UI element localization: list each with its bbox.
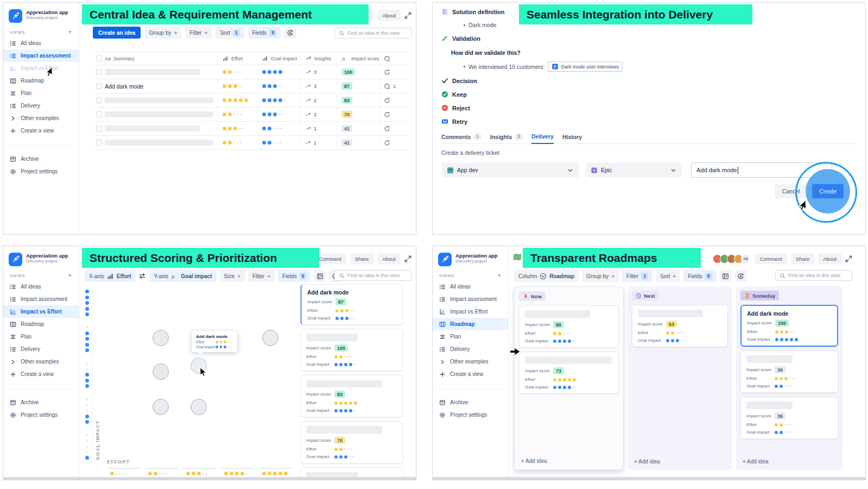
sidebar-item-create-a-view[interactable]: Create a view bbox=[3, 368, 79, 380]
add-view-icon[interactable]: + bbox=[68, 273, 72, 278]
fields-chip[interactable]: Fields5 bbox=[248, 27, 281, 39]
idea-bubble[interactable] bbox=[153, 330, 169, 346]
table-row[interactable]: 1 41 bbox=[93, 136, 411, 150]
column-summary[interactable]: Summary bbox=[113, 56, 135, 61]
sidebar-item-plan[interactable]: Plan bbox=[3, 87, 79, 99]
sidebar-item-archive[interactable]: Archive bbox=[433, 396, 508, 409]
idea-card[interactable]: Impact score70EffortGoal impact bbox=[300, 421, 403, 463]
column-effort[interactable]: Effort bbox=[231, 56, 243, 61]
idea-card[interactable]: Impact score100EffortGoal impact bbox=[300, 329, 403, 371]
column-goal-impact[interactable]: Goal impact bbox=[271, 56, 297, 61]
idea-card[interactable]: Impact score90EffortGoal impact bbox=[519, 305, 619, 348]
sidebar-item-archive[interactable]: Archive bbox=[3, 396, 79, 409]
share-button[interactable]: Share bbox=[791, 253, 814, 264]
view-settings-button[interactable] bbox=[314, 270, 326, 282]
idea-bubble[interactable] bbox=[262, 330, 278, 346]
table-row[interactable]: 2 83 bbox=[93, 93, 411, 108]
expand-icon[interactable] bbox=[404, 12, 411, 19]
table-row[interactable]: Add dark mode 3 87 1 bbox=[93, 79, 411, 93]
sidebar-item-roadmap[interactable]: Roadmap bbox=[433, 318, 508, 330]
sidebar-item-project-settings[interactable]: Project settings bbox=[433, 409, 508, 421]
add-idea-button[interactable]: + Add idea bbox=[521, 458, 547, 464]
group-by-chip[interactable]: Group by+ bbox=[144, 27, 181, 39]
sidebar-item-all-ideas[interactable]: All ideas bbox=[3, 37, 79, 49]
sidebar-item-impact-vs-effort[interactable]: Impact vs Effort bbox=[3, 305, 79, 318]
create-idea-button[interactable]: Create an idea bbox=[93, 27, 141, 39]
sidebar-item-impact-assessment[interactable]: Impact assessment bbox=[3, 49, 79, 62]
search-input[interactable]: Find an idea in this view bbox=[334, 270, 411, 281]
sidebar-item-delivery[interactable]: Delivery bbox=[3, 343, 79, 355]
column-header-now[interactable]: Now bbox=[519, 291, 546, 301]
column-insights[interactable]: Insights bbox=[314, 56, 331, 61]
add-view-icon[interactable]: + bbox=[497, 273, 502, 278]
table-row[interactable]: 2 70 bbox=[93, 108, 411, 122]
sidebar-item-create-a-view[interactable]: Create a view bbox=[433, 368, 508, 380]
filter-chip[interactable]: Filter1 bbox=[622, 270, 652, 282]
group-by-chip[interactable]: Group by+ bbox=[582, 270, 619, 282]
row-checkbox[interactable] bbox=[96, 140, 102, 146]
refresh-button[interactable]: A bbox=[284, 27, 296, 39]
swap-axes-icon[interactable] bbox=[138, 272, 146, 280]
sidebar-item-all-ideas[interactable]: All ideas bbox=[3, 280, 79, 293]
comment-button[interactable]: Comment bbox=[755, 253, 787, 264]
filter-chip[interactable]: Filter+ bbox=[185, 27, 212, 39]
sidebar-item-create-a-view[interactable]: Create a view bbox=[3, 124, 79, 137]
sidebar-item-roadmap[interactable]: Roadmap bbox=[3, 318, 79, 330]
add-idea-button[interactable]: + Add idea bbox=[743, 459, 769, 465]
sidebar-item-impact-assessment[interactable]: Impact assessment bbox=[3, 293, 79, 305]
view-settings-button[interactable] bbox=[720, 270, 732, 282]
add-idea-button[interactable]: + Add idea bbox=[634, 459, 660, 465]
insight-chip[interactable]: Dark mode user interviews bbox=[548, 61, 623, 72]
about-button[interactable]: About bbox=[377, 10, 401, 21]
share-button[interactable]: Share bbox=[350, 253, 373, 264]
table-row[interactable]: 1 41 bbox=[93, 122, 411, 136]
about-button[interactable]: About bbox=[377, 253, 401, 264]
sort-chip[interactable]: Sort+ bbox=[656, 270, 680, 282]
x-axis-chip[interactable]: X-axisEffort bbox=[85, 270, 135, 282]
expand-icon[interactable] bbox=[845, 255, 852, 262]
sidebar-item-roadmap[interactable]: Roadmap bbox=[3, 74, 79, 87]
row-checkbox[interactable] bbox=[96, 83, 102, 89]
tab-delivery[interactable]: Delivery bbox=[531, 131, 554, 144]
column-header-someday[interactable]: Someday bbox=[740, 291, 779, 300]
sidebar-item-impact-vs-effort[interactable]: Impact vs Effort bbox=[3, 62, 79, 74]
sidebar-item-plan[interactable]: Plan bbox=[3, 330, 79, 343]
column-chip[interactable]: ColumnRoadmap bbox=[514, 270, 579, 282]
idea-card[interactable]: Impact score83EffortGoal impact bbox=[300, 375, 403, 417]
about-button[interactable]: About bbox=[818, 253, 841, 264]
sidebar-item-project-settings[interactable]: Project settings bbox=[3, 409, 79, 421]
idea-summary[interactable]: Add dark mode bbox=[105, 83, 143, 90]
sidebar-item-other-examples[interactable]: Other examples bbox=[3, 355, 79, 368]
idea-card[interactable]: Impact score63EffortGoal impact bbox=[632, 305, 728, 347]
idea-card[interactable]: Impact score73EffortGoal impact bbox=[519, 352, 619, 394]
column-impact-score[interactable]: Impact score bbox=[351, 56, 379, 61]
y-axis-chip[interactable]: Y-axisfxGoal impact bbox=[149, 270, 216, 282]
add-view-icon[interactable]: + bbox=[68, 29, 72, 35]
tab-history[interactable]: History bbox=[562, 131, 582, 143]
row-checkbox[interactable] bbox=[96, 97, 102, 103]
sidebar-item-other-examples[interactable]: Other examples bbox=[3, 112, 79, 124]
row-checkbox[interactable] bbox=[96, 126, 102, 131]
sidebar-item-all-ideas[interactable]: All ideas bbox=[433, 280, 508, 293]
fields-chip[interactable]: Fields5 bbox=[683, 270, 716, 282]
fields-chip[interactable]: Fields5 bbox=[278, 270, 311, 282]
sidebar-item-delivery[interactable]: Delivery bbox=[433, 343, 508, 355]
size-chip[interactable]: Size+ bbox=[220, 270, 245, 282]
idea-bubble[interactable] bbox=[153, 399, 169, 415]
idea-card-selected[interactable]: Add dark modeImpact score87EffortGoal im… bbox=[300, 284, 403, 325]
sidebar-item-impact-vs-effort[interactable]: Impact vs Effort bbox=[433, 305, 508, 318]
search-input[interactable]: Find an idea in this view bbox=[334, 28, 411, 39]
idea-card-selected[interactable]: Add dark modeImpact score100EffortGoal i… bbox=[740, 305, 838, 347]
row-checkbox[interactable] bbox=[96, 69, 102, 75]
sort-chip[interactable]: Sort1 bbox=[216, 27, 244, 39]
idea-bubble[interactable] bbox=[191, 399, 207, 415]
table-row[interactable]: 3 100 bbox=[93, 65, 411, 79]
idea-card[interactable]: Impact score36EffortGoal impact bbox=[740, 350, 838, 393]
sidebar-item-impact-assessment[interactable]: Impact assessment bbox=[433, 293, 508, 305]
search-input[interactable]: Find an idea in this view bbox=[775, 270, 852, 281]
expand-icon[interactable] bbox=[404, 255, 411, 262]
sidebar-item-delivery[interactable]: Delivery bbox=[3, 99, 79, 112]
row-checkbox[interactable] bbox=[96, 111, 102, 117]
issue-type-select[interactable]: Epic bbox=[586, 162, 682, 178]
idea-bubble[interactable] bbox=[153, 363, 169, 380]
